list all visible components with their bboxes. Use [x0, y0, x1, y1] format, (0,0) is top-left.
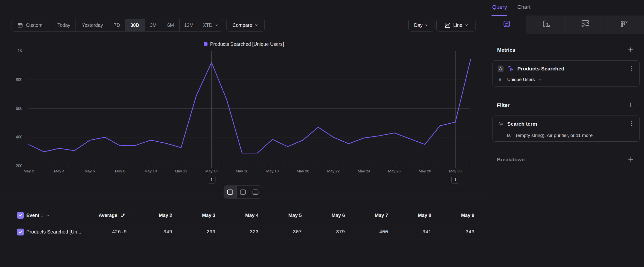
svg-text:May 8: May 8: [115, 169, 125, 173]
svg-text:Products Searched [Unique User: Products Searched [Unique Users]: [210, 41, 284, 47]
svg-text:1K: 1K: [18, 49, 22, 53]
svg-text:May 2: May 2: [24, 169, 34, 173]
svg-text:May 24: May 24: [358, 169, 370, 173]
svg-text:May 30: May 30: [449, 169, 462, 173]
svg-text:May 28: May 28: [419, 169, 431, 173]
svg-text:May 14: May 14: [206, 169, 218, 173]
svg-text:1: 1: [454, 178, 456, 182]
svg-text:800: 800: [16, 78, 22, 82]
svg-text:200: 200: [16, 164, 22, 168]
svg-text:400: 400: [16, 135, 22, 139]
svg-text:May 12: May 12: [175, 169, 188, 173]
svg-text:May 18: May 18: [266, 169, 279, 173]
svg-text:600: 600: [16, 106, 22, 111]
svg-text:May 16: May 16: [236, 169, 248, 173]
svg-text:May 26: May 26: [388, 169, 401, 173]
svg-text:May 6: May 6: [84, 169, 95, 173]
svg-text:May 10: May 10: [144, 169, 157, 173]
svg-text:May 4: May 4: [54, 169, 65, 173]
svg-text:1: 1: [210, 178, 212, 182]
svg-text:May 20: May 20: [297, 169, 309, 173]
svg-text:May 22: May 22: [327, 169, 340, 173]
